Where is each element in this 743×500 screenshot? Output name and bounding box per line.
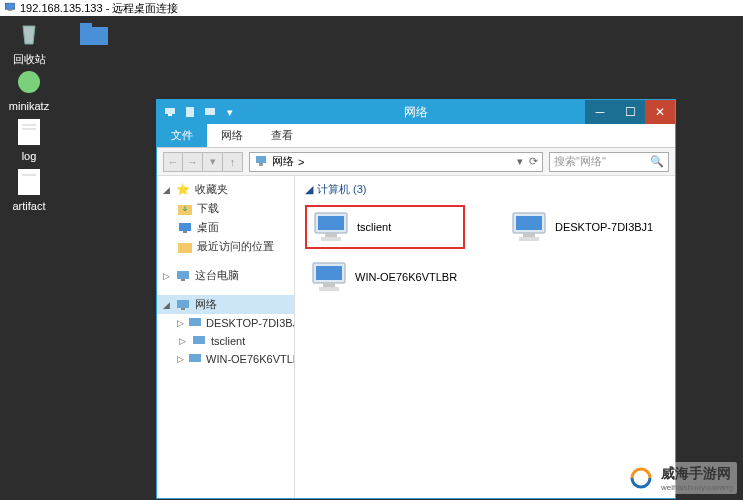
pc-icon (309, 261, 349, 293)
search-placeholder: 搜索"网络" (554, 154, 606, 169)
svg-rect-28 (318, 216, 344, 230)
svg-rect-21 (181, 279, 185, 281)
svg-rect-25 (193, 336, 205, 344)
pc-icon (311, 211, 351, 243)
address-bar[interactable]: 网络 > ▾ ⟳ (249, 152, 543, 172)
rdp-titlebar: 192.168.135.133 - 远程桌面连接 (0, 0, 743, 16)
svg-rect-10 (165, 108, 175, 114)
nav-up-button[interactable]: ↑ (223, 152, 243, 172)
rdp-icon (4, 1, 16, 15)
qat-dropdown-icon[interactable]: ▾ (223, 105, 237, 119)
pc-icon (188, 352, 202, 366)
svg-rect-33 (523, 233, 535, 237)
svg-point-2 (18, 71, 40, 93)
svg-rect-20 (177, 271, 189, 279)
nav-network-item[interactable]: ▷DESKTOP-7DI3BJ1 (157, 314, 294, 332)
maximize-button[interactable]: ☐ (615, 100, 645, 124)
nav-this-pc[interactable]: ▷这台电脑 (157, 266, 294, 285)
item-label: tsclient (357, 221, 391, 233)
svg-rect-13 (205, 108, 215, 115)
desktop-icon-artifact[interactable]: artifact (5, 166, 53, 212)
svg-rect-3 (18, 119, 40, 145)
desktop-icon-recycle[interactable]: 回收站 (5, 18, 53, 67)
group-header[interactable]: ◢计算机 (3) (305, 182, 665, 197)
ribbon: 文件 网络 查看 (157, 124, 675, 148)
minimize-button[interactable]: ─ (585, 100, 615, 124)
svg-rect-32 (516, 216, 542, 230)
search-icon[interactable]: 🔍 (650, 155, 664, 168)
svg-rect-26 (189, 354, 201, 362)
nav-network[interactable]: ◢网络 (157, 295, 294, 314)
svg-rect-0 (6, 3, 15, 9)
qat-properties-icon[interactable] (183, 105, 197, 119)
svg-rect-9 (80, 23, 92, 29)
ribbon-tab-network[interactable]: 网络 (207, 124, 257, 147)
ribbon-tab-view[interactable]: 查看 (257, 124, 307, 147)
address-location: 网络 (272, 154, 294, 169)
watermark-logo (627, 464, 655, 492)
svg-rect-6 (18, 169, 40, 195)
svg-rect-23 (181, 308, 185, 310)
computer-item-win[interactable]: WIN-OE76K6VTLBR (305, 257, 465, 297)
address-separator[interactable]: > (298, 156, 304, 168)
titlebar[interactable]: ▾ 网络 ─ ☐ ✕ (157, 100, 675, 124)
nav-back-button[interactable]: ← (163, 152, 183, 172)
nav-pane: ◢⭐收藏夹 下载 桌面 最近访问的位置 ▷这台电脑 ◢网络 ▷DESKTOP-7… (157, 176, 295, 498)
svg-rect-12 (186, 107, 194, 117)
nav-favorites[interactable]: ◢⭐收藏夹 (157, 180, 294, 199)
network-icon (175, 298, 191, 312)
search-box[interactable]: 搜索"网络" 🔍 (549, 152, 669, 172)
computer-item-desktop[interactable]: DESKTOP-7DI3BJ1 (505, 205, 665, 249)
nav-network-item[interactable]: ▷tsclient (157, 332, 294, 350)
desktop-icon-minikatz[interactable]: minikatz (5, 66, 53, 112)
svg-rect-30 (321, 237, 341, 241)
address-bar-row: ← → ▾ ↑ 网络 > ▾ ⟳ 搜索"网络" 🔍 (157, 148, 675, 176)
svg-rect-8 (80, 27, 108, 45)
svg-rect-19 (178, 243, 192, 253)
watermark: 威海手游网weihaishouyouwang (623, 462, 737, 494)
pc-icon (191, 334, 207, 348)
nav-forward-button[interactable]: → (183, 152, 203, 172)
address-dropdown-icon[interactable]: ▾ (517, 155, 523, 168)
nav-history-button[interactable]: ▾ (203, 152, 223, 172)
watermark-title: 威海手游网 (661, 465, 733, 483)
expand-icon[interactable]: ▷ (177, 354, 184, 364)
ribbon-tab-file[interactable]: 文件 (157, 124, 207, 147)
nav-network-item[interactable]: ▷WIN-OE76K6VTLB (157, 350, 294, 368)
nav-item-recent[interactable]: 最近访问的位置 (157, 237, 294, 256)
computer-item-tsclient[interactable]: tsclient (305, 205, 465, 249)
item-label: WIN-OE76K6VTLBR (355, 271, 457, 283)
address-network-icon (254, 155, 268, 169)
network-icon[interactable] (163, 105, 177, 119)
computer-icon (175, 269, 191, 283)
content-pane: ◢计算机 (3) tsclient DESKTOP-7DI3BJ1 WIN-OE… (295, 176, 675, 498)
svg-rect-18 (183, 231, 187, 233)
refresh-button[interactable]: ⟳ (529, 155, 538, 168)
downloads-icon (177, 202, 193, 216)
svg-rect-36 (316, 266, 342, 280)
svg-rect-11 (168, 114, 172, 116)
close-button[interactable]: ✕ (645, 100, 675, 124)
expand-icon[interactable]: ▷ (177, 318, 184, 328)
explorer-window: ▾ 网络 ─ ☐ ✕ 文件 网络 查看 ? ← → ▾ ↑ 网络 (156, 99, 676, 499)
collapse-icon[interactable]: ◢ (161, 185, 171, 195)
expand-icon[interactable]: ▷ (177, 336, 187, 346)
svg-rect-38 (319, 287, 339, 291)
qat-computer-icon[interactable] (203, 105, 217, 119)
recent-icon (177, 240, 193, 254)
svg-rect-1 (8, 9, 13, 11)
collapse-icon[interactable]: ◢ (305, 183, 313, 196)
star-icon: ⭐ (175, 183, 191, 197)
desktop-icon-log[interactable]: log (5, 116, 53, 162)
item-label: DESKTOP-7DI3BJ1 (555, 221, 653, 233)
nav-item-downloads[interactable]: 下载 (157, 199, 294, 218)
svg-rect-15 (259, 163, 263, 166)
nav-item-desktop[interactable]: 桌面 (157, 218, 294, 237)
quick-access-toolbar: ▾ (157, 105, 243, 119)
svg-rect-17 (179, 223, 191, 231)
svg-rect-22 (177, 300, 189, 308)
collapse-icon[interactable]: ◢ (161, 300, 171, 310)
pc-icon (509, 211, 549, 243)
desktop-icon-folder[interactable] (70, 18, 118, 52)
expand-icon[interactable]: ▷ (161, 271, 171, 281)
